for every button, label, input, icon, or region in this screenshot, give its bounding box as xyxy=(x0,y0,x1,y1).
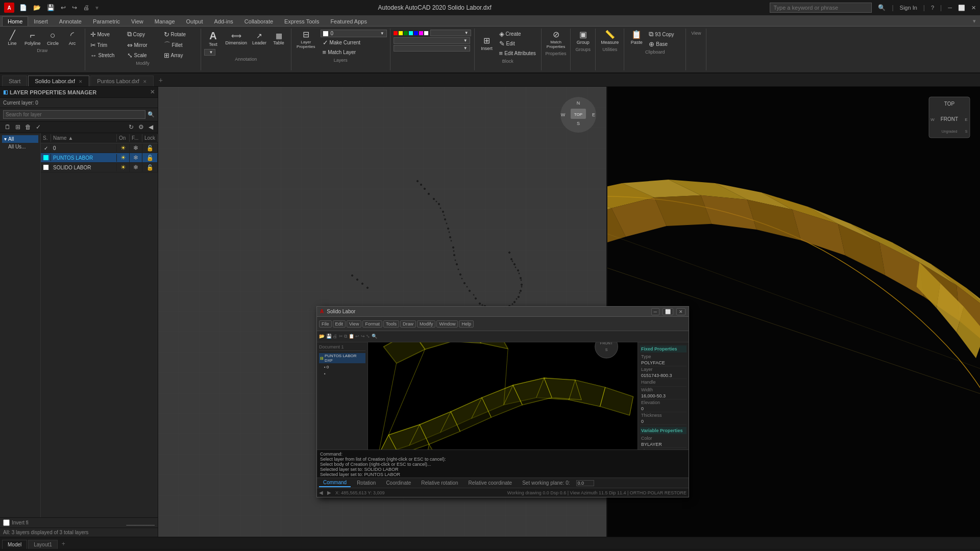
tab-collaborate[interactable]: Collaborate xyxy=(239,16,279,26)
edit-btn[interactable]: ✎ Edit xyxy=(497,39,538,48)
fillet-btn[interactable]: ⌒Fillet xyxy=(162,40,198,50)
circle-btn[interactable]: ○ Circle xyxy=(44,30,62,47)
iw-rb-view[interactable]: View xyxy=(347,320,361,328)
table-btn[interactable]: ▦ Table xyxy=(270,31,288,46)
help-btn[interactable]: ? xyxy=(931,5,934,11)
iw-rb-format[interactable]: Format xyxy=(362,320,382,328)
qat-undo[interactable]: ↩ xyxy=(60,4,67,11)
group-btn[interactable]: ▣ Group xyxy=(574,30,592,46)
tab-home[interactable]: Home xyxy=(2,16,28,26)
iw-layer-a[interactable]: ▪ xyxy=(319,371,365,377)
tree-item-all-used[interactable]: All Us... xyxy=(2,143,38,151)
iw-rb-modify[interactable]: Modify xyxy=(417,320,436,328)
create-btn[interactable]: ◈ Create xyxy=(497,30,538,38)
layer-row-0[interactable]: ✓ 0 ☀ ❄ 🔓 xyxy=(41,143,158,153)
line-btn[interactable]: ╱ Line xyxy=(3,30,21,47)
bylayer-color-dropdown[interactable]: ▼ xyxy=(430,30,471,36)
vp-tab-start[interactable]: Start xyxy=(2,76,27,86)
iw-working-plane-input[interactable] xyxy=(576,480,594,486)
trim-btn[interactable]: ✂Trim xyxy=(88,41,124,49)
layer-delete-btn[interactable]: 🗑 xyxy=(23,123,33,131)
viewcube-left[interactable]: N S W E TOP xyxy=(558,94,599,135)
dimension-btn[interactable]: ⟺ Dimension xyxy=(224,31,250,46)
iw-rb-file[interactable]: File xyxy=(319,320,332,328)
bylayer-lineweight-dropdown[interactable]: ▼ xyxy=(394,45,470,52)
qat-save[interactable]: 💾 xyxy=(46,4,56,11)
tab-annotate[interactable]: Annotate xyxy=(54,16,87,26)
iw-close[interactable]: ✕ xyxy=(676,308,685,315)
iw-layer-0[interactable]: ▪ 0 xyxy=(319,364,365,370)
iw-rb-draw[interactable]: Draw xyxy=(400,320,416,328)
iw-tab-coordinate[interactable]: Coordinate xyxy=(382,479,415,487)
tab-output[interactable]: Output xyxy=(181,16,209,26)
inner-viewport[interactable]: FRONT S xyxy=(368,342,638,449)
qat-open[interactable]: 📂 xyxy=(32,4,42,11)
col-on[interactable]: On xyxy=(117,134,130,142)
iw-nav-next[interactable]: ▶ xyxy=(327,490,331,495)
layer-selector[interactable]: 0 ▼ xyxy=(321,30,387,37)
close-btn[interactable]: ✕ xyxy=(971,5,976,11)
inner-window-titlebar[interactable]: A Solido Labor ─ ⬜ ✕ xyxy=(317,307,689,317)
measure-btn[interactable]: 📏 Measure xyxy=(599,30,621,46)
iw-rb-edit[interactable]: Edit xyxy=(333,320,346,328)
layer-new-vp-btn[interactable]: ⊞ xyxy=(14,123,22,131)
layer-search-btn[interactable]: 🔍 xyxy=(148,111,155,118)
paste-btn[interactable]: 📋 Paste xyxy=(627,30,646,46)
layer-panel-collapse[interactable]: ✕ xyxy=(150,89,155,95)
vp-tab-add[interactable]: + xyxy=(155,74,167,86)
layer-search-input[interactable] xyxy=(3,110,145,119)
col-lock[interactable]: Lock xyxy=(142,134,158,142)
iw-tab-working-plane[interactable]: Set working plane: 0: xyxy=(518,479,574,487)
iw-tab-relative-coordinate[interactable]: Relative coordinate xyxy=(464,479,517,487)
iw-tab-rotation[interactable]: Rotation xyxy=(353,479,380,487)
rotate-btn[interactable]: ↻Rotate xyxy=(162,30,198,39)
qat-new[interactable]: 📄 xyxy=(18,4,28,11)
tree-item-all[interactable]: ▾ All xyxy=(2,135,38,143)
invert-filter-checkbox[interactable] xyxy=(3,519,10,526)
tab-insert[interactable]: Insert xyxy=(28,16,54,26)
iw-rb-tools[interactable]: Tools xyxy=(383,320,399,328)
match-properties-btn[interactable]: ⊘ MatchProperties xyxy=(545,30,567,50)
layer-new-btn[interactable]: 🗒 xyxy=(3,123,12,131)
copy-93-btn[interactable]: ⧉ 93 Copy xyxy=(647,30,682,39)
polyline-btn[interactable]: ⌐ Polyline xyxy=(22,30,43,47)
linear-dropdown[interactable]: ▼ xyxy=(204,49,216,56)
vp-tab-solido-close[interactable]: ✕ xyxy=(79,79,83,84)
btab-add[interactable]: + xyxy=(59,539,68,549)
btab-layout1[interactable]: Layout1 xyxy=(28,540,58,549)
layer-filter-btn[interactable]: ◀ xyxy=(147,123,155,131)
vp-tab-solido[interactable]: Solido Labor.dxf ✕ xyxy=(28,76,89,86)
iw-minimize[interactable]: ─ xyxy=(651,308,659,315)
text-btn[interactable]: A Text xyxy=(204,30,223,48)
mirror-btn[interactable]: ⇔Mirror xyxy=(125,41,161,49)
move-btn[interactable]: ✛Move xyxy=(88,30,124,39)
tab-parametric[interactable]: Parametric xyxy=(87,16,126,26)
tab-express[interactable]: Express Tools xyxy=(279,16,325,26)
layer-make-current-btn[interactable]: ✓ xyxy=(34,123,42,131)
copy-btn[interactable]: ⧉Copy xyxy=(125,30,161,39)
tab-view[interactable]: View xyxy=(126,16,149,26)
tab-addins[interactable]: Add-ins xyxy=(209,16,239,26)
iw-nav-prev[interactable]: ◀ xyxy=(319,490,323,495)
qat-plot[interactable]: 🖨 xyxy=(82,4,90,11)
scale-btn[interactable]: ⤡Scale xyxy=(125,51,161,60)
iw-tab-command[interactable]: Command xyxy=(319,479,351,487)
leader-btn[interactable]: ↗ Leader xyxy=(250,31,268,46)
col-frozen[interactable]: F... xyxy=(130,134,142,142)
iw-rb-help[interactable]: Help xyxy=(459,320,474,328)
ribbon-collapse[interactable]: ▾ xyxy=(969,16,980,26)
vp-tab-puntos[interactable]: Puntos Labor.dxf ✕ xyxy=(90,76,154,86)
layer-row-puntos[interactable]: PUNTOS LABOR ☀ ❄ 🔓 xyxy=(41,153,158,163)
qat-redo[interactable]: ↪ xyxy=(71,4,78,11)
iw-restore[interactable]: ⬜ xyxy=(663,308,673,315)
restore-btn[interactable]: ⬜ xyxy=(958,5,965,11)
insert-btn[interactable]: ⊞ Insert xyxy=(478,36,496,52)
base-btn[interactable]: ⊕ Base xyxy=(647,40,682,48)
iw-rb-window[interactable]: Window xyxy=(436,320,458,328)
iw-layer-puntos[interactable]: ⊟ PUNTOS LABOR DXF xyxy=(319,353,365,363)
viewcube-right[interactable]: TOP FRONT W E S Ungraded xyxy=(926,94,972,140)
btab-model[interactable]: Model xyxy=(2,540,27,549)
col-status[interactable]: S. xyxy=(41,134,51,142)
layer-properties-btn[interactable]: ⊟ LayerProperties xyxy=(295,30,317,50)
array-btn[interactable]: ⊞Array xyxy=(162,51,198,60)
